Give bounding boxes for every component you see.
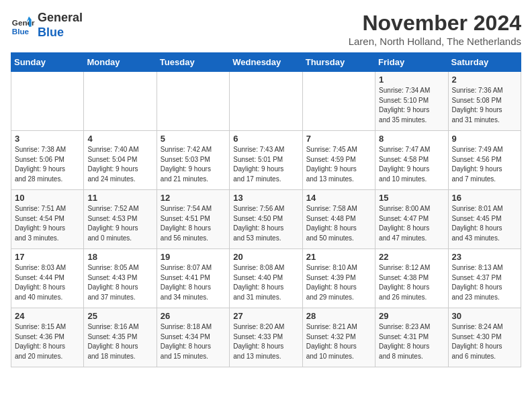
day-info: Sunrise: 7:49 AM Sunset: 4:56 PM Dayligh… bbox=[452, 145, 517, 184]
day-number: 20 bbox=[233, 252, 298, 262]
calendar-cell bbox=[84, 72, 157, 131]
calendar-cell: 23Sunrise: 8:13 AM Sunset: 4:37 PM Dayli… bbox=[448, 249, 521, 308]
calendar-cell: 30Sunrise: 8:24 AM Sunset: 4:30 PM Dayli… bbox=[448, 308, 521, 367]
calendar-week-3: 10Sunrise: 7:51 AM Sunset: 4:54 PM Dayli… bbox=[11, 190, 521, 249]
logo: General Blue General Blue bbox=[11, 11, 83, 40]
day-number: 2 bbox=[452, 75, 517, 85]
calendar-cell: 19Sunrise: 8:07 AM Sunset: 4:41 PM Dayli… bbox=[157, 249, 229, 308]
day-info: Sunrise: 7:38 AM Sunset: 5:06 PM Dayligh… bbox=[15, 145, 80, 184]
calendar-cell: 17Sunrise: 8:03 AM Sunset: 4:44 PM Dayli… bbox=[11, 249, 84, 308]
calendar-cell: 3Sunrise: 7:38 AM Sunset: 5:06 PM Daylig… bbox=[11, 131, 84, 190]
logo-text-general: General bbox=[38, 11, 83, 26]
day-number: 13 bbox=[233, 193, 298, 203]
calendar-cell: 20Sunrise: 8:08 AM Sunset: 4:40 PM Dayli… bbox=[230, 249, 302, 308]
day-info: Sunrise: 8:12 AM Sunset: 4:38 PM Dayligh… bbox=[379, 263, 444, 302]
day-number: 29 bbox=[379, 311, 444, 321]
weekday-header-friday: Friday bbox=[375, 53, 448, 72]
day-info: Sunrise: 7:54 AM Sunset: 4:51 PM Dayligh… bbox=[161, 204, 226, 243]
day-info: Sunrise: 7:36 AM Sunset: 5:08 PM Dayligh… bbox=[452, 86, 517, 125]
logo-icon: General Blue bbox=[11, 13, 35, 38]
weekday-header-monday: Monday bbox=[84, 53, 157, 72]
month-title: November 2024 bbox=[349, 11, 521, 36]
day-info: Sunrise: 8:13 AM Sunset: 4:37 PM Dayligh… bbox=[452, 263, 517, 302]
day-info: Sunrise: 7:45 AM Sunset: 4:59 PM Dayligh… bbox=[306, 145, 371, 184]
day-info: Sunrise: 8:23 AM Sunset: 4:31 PM Dayligh… bbox=[379, 322, 444, 361]
calendar-cell: 15Sunrise: 8:00 AM Sunset: 4:47 PM Dayli… bbox=[375, 190, 448, 249]
day-info: Sunrise: 7:52 AM Sunset: 4:53 PM Dayligh… bbox=[87, 204, 152, 243]
calendar-cell: 4Sunrise: 7:40 AM Sunset: 5:04 PM Daylig… bbox=[84, 131, 157, 190]
day-info: Sunrise: 8:20 AM Sunset: 4:33 PM Dayligh… bbox=[233, 322, 298, 361]
weekday-header-sunday: Sunday bbox=[11, 53, 84, 72]
day-number: 19 bbox=[161, 252, 226, 262]
day-info: Sunrise: 8:00 AM Sunset: 4:47 PM Dayligh… bbox=[379, 204, 444, 243]
calendar-cell: 22Sunrise: 8:12 AM Sunset: 4:38 PM Dayli… bbox=[375, 249, 448, 308]
day-info: Sunrise: 7:40 AM Sunset: 5:04 PM Dayligh… bbox=[87, 145, 152, 184]
day-info: Sunrise: 8:15 AM Sunset: 4:36 PM Dayligh… bbox=[15, 322, 80, 361]
day-number: 5 bbox=[161, 134, 226, 144]
day-number: 27 bbox=[233, 311, 298, 321]
calendar-cell: 27Sunrise: 8:20 AM Sunset: 4:33 PM Dayli… bbox=[230, 308, 302, 367]
calendar-cell: 26Sunrise: 8:18 AM Sunset: 4:34 PM Dayli… bbox=[157, 308, 229, 367]
day-info: Sunrise: 7:58 AM Sunset: 4:48 PM Dayligh… bbox=[306, 204, 371, 243]
calendar-cell: 25Sunrise: 8:16 AM Sunset: 4:35 PM Dayli… bbox=[84, 308, 157, 367]
day-info: Sunrise: 8:01 AM Sunset: 4:45 PM Dayligh… bbox=[452, 204, 517, 243]
calendar-cell: 11Sunrise: 7:52 AM Sunset: 4:53 PM Dayli… bbox=[84, 190, 157, 249]
calendar-cell: 12Sunrise: 7:54 AM Sunset: 4:51 PM Dayli… bbox=[157, 190, 229, 249]
calendar-cell bbox=[11, 72, 84, 131]
day-number: 15 bbox=[379, 193, 444, 203]
day-info: Sunrise: 8:21 AM Sunset: 4:32 PM Dayligh… bbox=[306, 322, 371, 361]
calendar-cell: 29Sunrise: 8:23 AM Sunset: 4:31 PM Dayli… bbox=[375, 308, 448, 367]
day-info: Sunrise: 7:43 AM Sunset: 5:01 PM Dayligh… bbox=[233, 145, 298, 184]
calendar-week-4: 17Sunrise: 8:03 AM Sunset: 4:44 PM Dayli… bbox=[11, 249, 521, 308]
day-info: Sunrise: 8:16 AM Sunset: 4:35 PM Dayligh… bbox=[87, 322, 152, 361]
calendar-cell: 2Sunrise: 7:36 AM Sunset: 5:08 PM Daylig… bbox=[448, 72, 521, 131]
calendar-cell: 5Sunrise: 7:42 AM Sunset: 5:03 PM Daylig… bbox=[157, 131, 229, 190]
day-info: Sunrise: 8:05 AM Sunset: 4:43 PM Dayligh… bbox=[87, 263, 152, 302]
day-number: 1 bbox=[379, 75, 444, 85]
location-title: Laren, North Holland, The Netherlands bbox=[349, 36, 521, 47]
day-number: 9 bbox=[452, 134, 517, 144]
weekday-header-row: SundayMondayTuesdayWednesdayThursdayFrid… bbox=[11, 53, 521, 72]
day-number: 12 bbox=[161, 193, 226, 203]
day-number: 14 bbox=[306, 193, 371, 203]
svg-text:General: General bbox=[12, 18, 35, 27]
title-area: November 2024 Laren, North Holland, The … bbox=[349, 11, 521, 47]
day-number: 24 bbox=[15, 311, 80, 321]
day-number: 4 bbox=[87, 134, 152, 144]
day-info: Sunrise: 8:03 AM Sunset: 4:44 PM Dayligh… bbox=[15, 263, 80, 302]
calendar-cell: 13Sunrise: 7:56 AM Sunset: 4:50 PM Dayli… bbox=[230, 190, 302, 249]
day-number: 11 bbox=[87, 193, 152, 203]
day-number: 21 bbox=[306, 252, 371, 262]
day-info: Sunrise: 8:24 AM Sunset: 4:30 PM Dayligh… bbox=[452, 322, 517, 361]
day-info: Sunrise: 7:34 AM Sunset: 5:10 PM Dayligh… bbox=[379, 86, 444, 125]
day-number: 3 bbox=[15, 134, 80, 144]
weekday-header-wednesday: Wednesday bbox=[230, 53, 302, 72]
calendar-cell bbox=[230, 72, 302, 131]
day-info: Sunrise: 7:47 AM Sunset: 4:58 PM Dayligh… bbox=[379, 145, 444, 184]
day-number: 18 bbox=[87, 252, 152, 262]
day-number: 26 bbox=[161, 311, 226, 321]
calendar-cell bbox=[302, 72, 375, 131]
day-info: Sunrise: 8:18 AM Sunset: 4:34 PM Dayligh… bbox=[161, 322, 226, 361]
day-number: 17 bbox=[15, 252, 80, 262]
calendar-week-2: 3Sunrise: 7:38 AM Sunset: 5:06 PM Daylig… bbox=[11, 131, 521, 190]
calendar-cell: 24Sunrise: 8:15 AM Sunset: 4:36 PM Dayli… bbox=[11, 308, 84, 367]
day-number: 22 bbox=[379, 252, 444, 262]
header: General Blue General Blue November 2024 … bbox=[11, 11, 521, 47]
day-info: Sunrise: 8:07 AM Sunset: 4:41 PM Dayligh… bbox=[161, 263, 226, 302]
day-info: Sunrise: 7:56 AM Sunset: 4:50 PM Dayligh… bbox=[233, 204, 298, 243]
day-number: 28 bbox=[306, 311, 371, 321]
calendar-cell: 14Sunrise: 7:58 AM Sunset: 4:48 PM Dayli… bbox=[302, 190, 375, 249]
calendar-cell: 6Sunrise: 7:43 AM Sunset: 5:01 PM Daylig… bbox=[230, 131, 302, 190]
day-info: Sunrise: 7:42 AM Sunset: 5:03 PM Dayligh… bbox=[161, 145, 226, 184]
calendar-cell: 8Sunrise: 7:47 AM Sunset: 4:58 PM Daylig… bbox=[375, 131, 448, 190]
calendar-cell: 16Sunrise: 8:01 AM Sunset: 4:45 PM Dayli… bbox=[448, 190, 521, 249]
weekday-header-tuesday: Tuesday bbox=[157, 53, 229, 72]
weekday-header-thursday: Thursday bbox=[302, 53, 375, 72]
calendar-week-1: 1Sunrise: 7:34 AM Sunset: 5:10 PM Daylig… bbox=[11, 72, 521, 131]
day-info: Sunrise: 8:08 AM Sunset: 4:40 PM Dayligh… bbox=[233, 263, 298, 302]
calendar-cell: 7Sunrise: 7:45 AM Sunset: 4:59 PM Daylig… bbox=[302, 131, 375, 190]
calendar-cell: 18Sunrise: 8:05 AM Sunset: 4:43 PM Dayli… bbox=[84, 249, 157, 308]
calendar-cell: 28Sunrise: 8:21 AM Sunset: 4:32 PM Dayli… bbox=[302, 308, 375, 367]
day-info: Sunrise: 8:10 AM Sunset: 4:39 PM Dayligh… bbox=[306, 263, 371, 302]
